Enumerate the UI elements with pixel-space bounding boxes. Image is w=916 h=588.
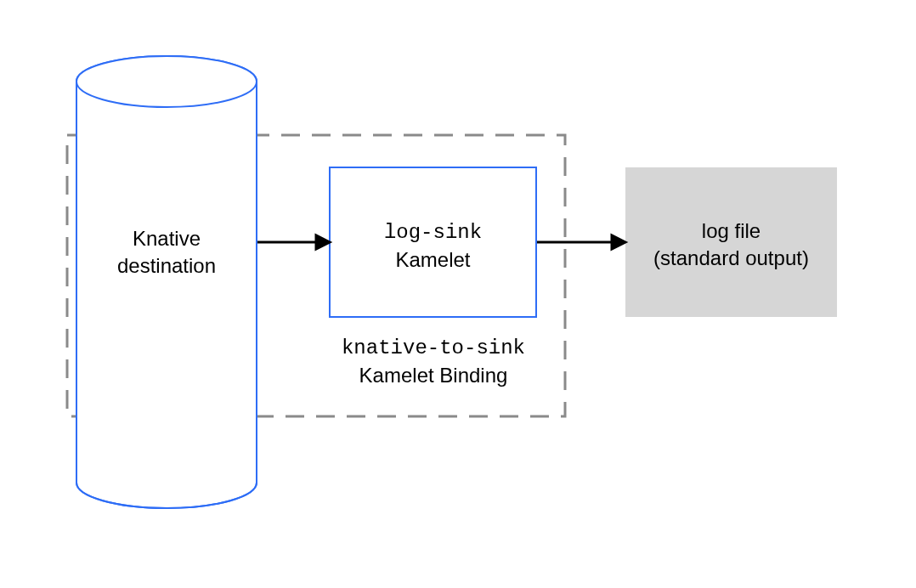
binding-caption-text: Kamelet Binding: [359, 364, 508, 387]
diagram-canvas: Knative destination log-sink Kamelet kna…: [0, 0, 916, 588]
kamelet-box-label: log-sink Kamelet: [330, 218, 536, 274]
diagram-svg: [0, 0, 916, 588]
cylinder-label-line2: destination: [117, 254, 216, 277]
arrow-cylinder-to-kamelet: [257, 235, 330, 249]
binding-caption: knative-to-sink Kamelet Binding: [285, 333, 582, 390]
svg-marker-5: [316, 235, 330, 249]
output-box-label-line1: log file: [702, 219, 761, 242]
svg-point-1: [76, 56, 257, 107]
arrow-kamelet-to-output: [537, 235, 625, 249]
kamelet-box-label-code: log-sink: [384, 221, 482, 244]
kamelet-box-label-text: Kamelet: [395, 248, 470, 271]
output-box-label-line2: (standard output): [653, 246, 809, 269]
svg-marker-7: [612, 235, 625, 249]
output-box-label: log file (standard output): [625, 218, 837, 273]
cylinder-label-line1: Knative: [133, 227, 201, 250]
cylinder-knative-destination: [76, 56, 257, 508]
binding-caption-code: knative-to-sink: [342, 336, 525, 359]
cylinder-label: Knative destination: [76, 225, 257, 280]
